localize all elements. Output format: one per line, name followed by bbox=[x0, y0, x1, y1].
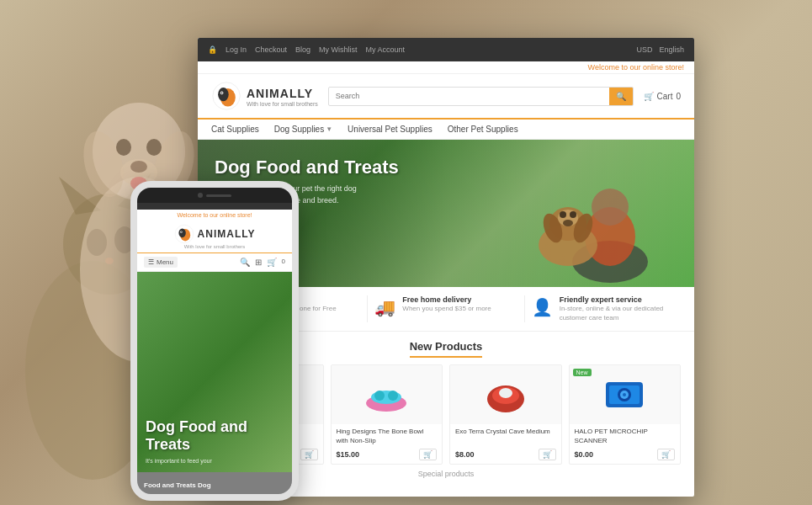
phone-screen: Welcome to our online store! ANIMALLY Wi… bbox=[137, 203, 292, 494]
feature-delivery-text: Free home delivery When you spend $35 or… bbox=[402, 295, 491, 313]
cart-area[interactable]: 🛒 Cart 0 bbox=[644, 92, 681, 101]
top-nav: 🔒 Log In Checkout Blog My Wishlist My Ac… bbox=[208, 45, 405, 54]
product-info-4: HALO PET MICROCHIP SCANNER $0.00 🛒 bbox=[570, 424, 681, 464]
phone-cart-count: 0 bbox=[282, 258, 285, 267]
phone-hero: Dog Food and Treats It's important to fe… bbox=[137, 272, 292, 472]
phone-cart-icon[interactable]: 🛒 bbox=[267, 258, 277, 267]
phone-nav-icons: 🔍 ⊞ 🛒 0 bbox=[240, 258, 285, 267]
phone-hero-content: Dog Food and Treats It's important to fe… bbox=[146, 418, 284, 464]
product-name-4: HALO PET MICROCHIP SCANNER bbox=[575, 428, 676, 446]
product-card-4: New HALO PET MICROCHIP SCANNER $0.00 🛒 bbox=[569, 364, 682, 465]
service-icon: 👤 bbox=[532, 297, 553, 317]
product-price-4: $0.00 bbox=[575, 450, 594, 459]
add-to-cart-3[interactable]: 🛒 bbox=[539, 449, 556, 460]
product-image-3 bbox=[450, 365, 561, 424]
svg-point-40 bbox=[388, 391, 398, 401]
logo-area: ANIMALLY With love for small brothers bbox=[211, 81, 318, 111]
phone-welcome-text: Welcome to our online store! bbox=[137, 210, 292, 221]
phone-logo-row: ANIMALLY bbox=[174, 224, 256, 244]
logo-sub: With love for small brothers bbox=[247, 101, 318, 107]
phone-logo-text: ANIMALLY bbox=[198, 228, 256, 240]
add-to-cart-2[interactable]: 🛒 bbox=[419, 449, 437, 460]
nav-dog-dropdown-icon: ▼ bbox=[326, 125, 332, 133]
feature-service: 👤 Friendly expert service In-store, onli… bbox=[525, 295, 681, 322]
phone-mockup: Welcome to our online store! ANIMALLY Wi… bbox=[130, 181, 299, 501]
product-info-2: Hing Designs The Bone Bowl with Non-Slip… bbox=[332, 424, 443, 464]
product-card-2: Hing Designs The Bone Bowl with Non-Slip… bbox=[331, 364, 443, 465]
menu-icon: ☰ bbox=[148, 258, 154, 266]
svg-point-23 bbox=[592, 189, 629, 226]
svg-point-51 bbox=[178, 228, 185, 237]
phone-camera bbox=[198, 193, 203, 198]
search-bar: 🔍 bbox=[328, 87, 634, 106]
nav-dog-supplies[interactable]: Dog Supplies ▼ bbox=[274, 125, 332, 134]
feature-delivery-title: Free home delivery bbox=[402, 295, 491, 304]
svg-point-48 bbox=[623, 393, 626, 396]
add-to-cart-1[interactable]: 🛒 bbox=[300, 449, 318, 460]
currency-selector[interactable]: USD bbox=[636, 45, 652, 54]
nav-account[interactable]: My Account bbox=[366, 45, 406, 54]
nav-wishlist[interactable]: My Wishlist bbox=[319, 45, 358, 54]
phone-logo-sub: With love for small brothers bbox=[184, 244, 246, 249]
product-price-row-2: $15.00 🛒 bbox=[337, 449, 438, 460]
hero-title: Dog Food and Treats bbox=[215, 157, 399, 178]
cart-icon: 🛒 bbox=[644, 92, 654, 101]
nav-cat-supplies[interactable]: Cat Supplies bbox=[211, 125, 259, 134]
feature-service-desc: In-store, online & via our dedicated cus… bbox=[560, 304, 674, 322]
phone-top-bar bbox=[137, 203, 292, 210]
phone-speaker bbox=[206, 194, 231, 197]
svg-point-29 bbox=[560, 211, 566, 218]
phone-notch-bar bbox=[137, 188, 292, 203]
lock-icon: 🔒 bbox=[208, 45, 217, 54]
product-name-2: Hing Designs The Bone Bowl with Non-Slip bbox=[337, 428, 438, 446]
cart-count: 0 bbox=[676, 92, 681, 101]
language-selector[interactable]: English bbox=[659, 45, 684, 54]
feature-service-title: Friendly expert service bbox=[560, 295, 674, 304]
svg-point-12 bbox=[146, 139, 162, 156]
search-input[interactable] bbox=[329, 88, 609, 104]
phone-search-icon[interactable]: 🔍 bbox=[240, 258, 250, 267]
delivery-icon: 🚚 bbox=[374, 297, 395, 317]
logo-text: ANIMALLY bbox=[247, 87, 313, 100]
product-image-2 bbox=[332, 365, 443, 424]
svg-point-11 bbox=[116, 139, 131, 156]
product-info-3: Exo Terra Crystal Cave Medium $8.00 🛒 bbox=[450, 424, 561, 464]
nav-login[interactable]: Log In bbox=[226, 45, 247, 54]
svg-point-31 bbox=[563, 220, 573, 226]
svg-point-53 bbox=[180, 231, 181, 232]
nav-other-supplies[interactable]: Other Pet Supplies bbox=[448, 125, 518, 134]
svg-point-18 bbox=[218, 88, 229, 101]
svg-point-20 bbox=[221, 93, 223, 94]
products-section-title: New Products bbox=[410, 340, 483, 358]
product-price-row-3: $8.00 🛒 bbox=[455, 449, 556, 460]
top-bar-right: USD English bbox=[636, 45, 684, 54]
logo-icon bbox=[211, 81, 241, 111]
phone-grid-icon[interactable]: ⊞ bbox=[255, 258, 262, 267]
feature-delivery: 🚚 Free home delivery When you spend $35 … bbox=[368, 295, 524, 322]
phone-hero-title: Dog Food and Treats bbox=[146, 418, 284, 454]
add-to-cart-4[interactable]: 🛒 bbox=[657, 449, 675, 460]
food-treats-text: Food and Treats Dog bbox=[144, 481, 211, 489]
phone-logo-icon bbox=[174, 224, 194, 244]
hero-dog-figure bbox=[501, 144, 669, 287]
svg-point-43 bbox=[499, 388, 512, 398]
welcome-bar: Welcome to our online store! bbox=[198, 61, 694, 74]
phone-menu-button[interactable]: ☰ Menu bbox=[144, 257, 178, 268]
nav-blog[interactable]: Blog bbox=[295, 45, 310, 54]
phone-logo-area: ANIMALLY With love for small brothers bbox=[137, 221, 292, 253]
product-price-row-4: $0.00 🛒 bbox=[575, 449, 676, 460]
nav-universal-supplies[interactable]: Universal Pet Supplies bbox=[348, 125, 433, 134]
product-price-2: $15.00 bbox=[337, 450, 360, 459]
cart-label: Cart bbox=[657, 92, 673, 101]
product-badge-4: New bbox=[573, 369, 592, 376]
top-bar: 🔒 Log In Checkout Blog My Wishlist My Ac… bbox=[198, 38, 694, 61]
nav-checkout[interactable]: Checkout bbox=[255, 45, 287, 54]
svg-point-39 bbox=[374, 391, 385, 401]
welcome-text: Welcome to our online store! bbox=[588, 63, 684, 72]
product-name-3: Exo Terra Crystal Cave Medium bbox=[455, 428, 556, 446]
site-header: ANIMALLY With love for small brothers 🔍 … bbox=[198, 74, 694, 120]
menu-label: Menu bbox=[157, 258, 173, 266]
search-button[interactable]: 🔍 bbox=[609, 88, 633, 105]
phone-shell: Welcome to our online store! ANIMALLY Wi… bbox=[130, 181, 299, 501]
svg-point-30 bbox=[570, 211, 576, 218]
